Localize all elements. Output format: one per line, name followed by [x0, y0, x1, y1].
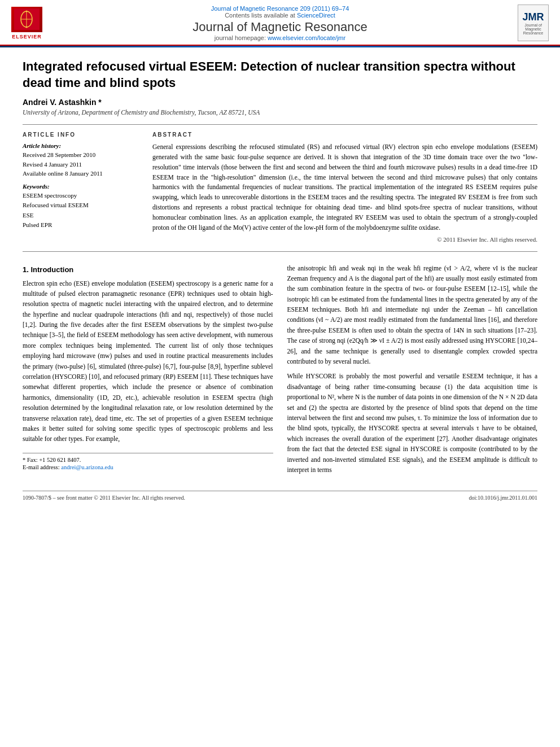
svg-point-4 — [26, 11, 28, 12]
keyword-1: ESEEM spectroscopy — [23, 191, 135, 201]
divider-2 — [23, 251, 537, 252]
info-section: ARTICLE INFO Article history: Received 2… — [23, 132, 537, 242]
journal-citation: Journal of Magnetic Resonance 209 (2011)… — [42, 5, 518, 12]
para-3: While HYSCORE is probably the most power… — [287, 371, 538, 475]
footnote-email: E-mail address: andrei@u.arizona.edu — [23, 464, 273, 470]
elsevier-text: ELSEVIER — [12, 34, 42, 40]
author-name: Andrei V. Astashkin * — [23, 98, 537, 107]
footnote-area: * Fax: +1 520 621 8407. E-mail address: … — [23, 453, 273, 470]
affiliation: University of Arizona, Department of Che… — [23, 109, 537, 116]
para-1: Electron spin echo (ESE) envelope modula… — [23, 278, 273, 444]
keyword-4: Pulsed EPR — [23, 220, 135, 230]
homepage-url[interactable]: www.elsevier.com/locate/jmr — [268, 34, 345, 41]
header-center: Journal of Magnetic Resonance 209 (2011)… — [42, 5, 518, 41]
issn-text: 1090-7807/$ – see front matter © 2011 El… — [23, 495, 185, 501]
bottom-bar: 1090-7807/$ – see front matter © 2011 El… — [23, 491, 537, 501]
divider-1 — [23, 124, 537, 125]
article-title: Integrated refocused virtual ESEEM: Dete… — [23, 59, 537, 91]
abstract-text: General expressions describing the refoc… — [152, 142, 537, 233]
history-heading: Article history: — [23, 142, 135, 149]
keyword-3: ESE — [23, 211, 135, 221]
email-address[interactable]: andrei@u.arizona.edu — [61, 464, 113, 470]
revised-date: Revised 4 January 2011 — [23, 160, 135, 169]
two-col-body: 1. Introduction Electron spin echo (ESE)… — [23, 263, 537, 480]
abstract-box: ABSTRACT General expressions describing … — [152, 132, 537, 242]
jmr-logo-container: JMR Journal of Magnetic Resonance — [518, 5, 549, 41]
contents-line: Contents lists available at ScienceDirec… — [42, 12, 518, 19]
sciencedirect-link[interactable]: ScienceDirect — [297, 12, 335, 19]
footnote-fax: * Fax: +1 520 621 8407. — [23, 457, 273, 463]
jmr-logo-sub: Journal of Magnetic Resonance — [518, 23, 548, 35]
keywords-heading: Keywords: — [23, 183, 135, 190]
keyword-2: Refocused virtual ESEEM — [23, 200, 135, 211]
jmr-logo-text: JMR — [522, 11, 544, 23]
doi-text: doi:10.1016/j.jmr.2011.01.001 — [469, 495, 537, 501]
journal-header: ELSEVIER Journal of Magnetic Resonance 2… — [0, 0, 560, 46]
elsevier-logo-container: ELSEVIER — [11, 7, 42, 40]
body-text-left: Electron spin echo (ESE) envelope modula… — [23, 278, 273, 444]
abstract-copyright: © 2011 Elsevier Inc. All rights reserved… — [152, 236, 537, 243]
section1-heading: 1. Introduction — [23, 265, 273, 274]
elsevier-logo-box — [11, 7, 42, 32]
available-date: Available online 8 January 2011 — [23, 169, 135, 178]
col-left: 1. Introduction Electron spin echo (ESE)… — [23, 263, 273, 480]
svg-point-5 — [26, 27, 28, 28]
body-text-right: the anisotropic hfi and weak nqi in the … — [287, 263, 538, 475]
abstract-heading: ABSTRACT — [152, 132, 537, 138]
para-2: the anisotropic hfi and weak nqi in the … — [287, 263, 538, 367]
contents-text: Contents lists available at — [225, 12, 295, 19]
col-right: the anisotropic hfi and weak nqi in the … — [287, 263, 538, 480]
article-info-box: ARTICLE INFO Article history: Received 2… — [23, 132, 135, 242]
received-date: Received 28 September 2010 — [23, 150, 135, 160]
article-info-heading: ARTICLE INFO — [23, 132, 135, 138]
journal-homepage: journal homepage: www.elsevier.com/locat… — [42, 34, 518, 41]
journal-name-header: Journal of Magnetic Resonance — [42, 20, 518, 34]
content-wrapper: Integrated refocused virtual ESEEM: Dete… — [0, 47, 560, 512]
